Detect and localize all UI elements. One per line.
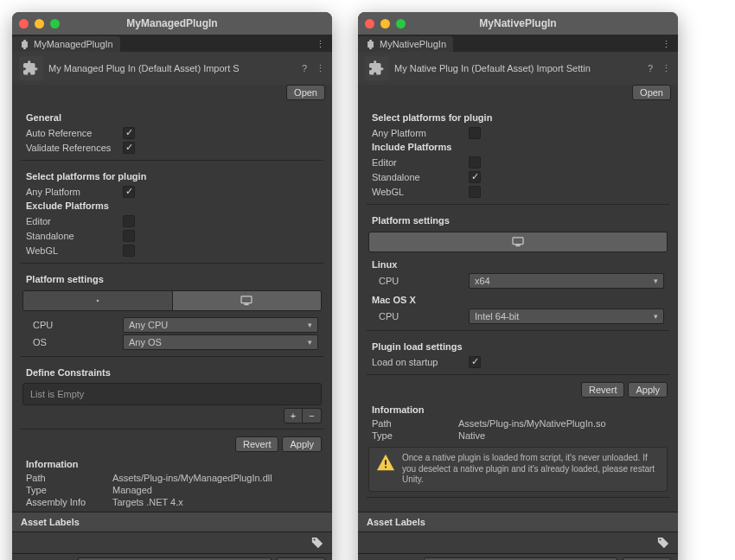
os-label: OS: [26, 337, 123, 347]
inspector-tab[interactable]: MyManagedPlugIn: [12, 36, 120, 52]
window-title: MyNativePlugIn: [358, 17, 678, 29]
section-define-constraints: Define Constraints: [12, 362, 332, 380]
standalone-checkbox[interactable]: ✓: [469, 171, 481, 183]
info-asm-label: Assembly Info: [26, 497, 112, 507]
cpu-label: CPU: [26, 320, 123, 330]
info-path-value: Assets/Plug-ins/MyManagedPlugIn.dll: [112, 473, 272, 483]
load-startup-label: Load on startup: [372, 357, 469, 367]
open-button[interactable]: Open: [286, 85, 325, 100]
platform-tabs: [22, 290, 322, 311]
svg-rect-1: [241, 296, 252, 303]
any-platform-checkbox[interactable]: [469, 127, 481, 139]
editor-checkbox[interactable]: [469, 156, 481, 169]
kebab-icon[interactable]: ⋮: [315, 63, 325, 73]
zoom-icon[interactable]: [396, 19, 406, 29]
puzzle-icon: [365, 56, 389, 80]
info-type-value: Managed: [112, 485, 152, 495]
kebab-icon[interactable]: ⋮: [661, 39, 671, 49]
close-icon[interactable]: [365, 19, 374, 29]
kebab-icon[interactable]: ⋮: [661, 63, 671, 73]
managed-plugin-window: MyManagedPlugIn MyManagedPlugIn ⋮ My Man…: [12, 12, 332, 560]
tag-icon[interactable]: [311, 537, 323, 549]
mac-cpu-dropdown[interactable]: Intel 64-bit: [469, 309, 664, 324]
any-platform-label: Any Platform: [372, 128, 469, 138]
tab-editor[interactable]: [23, 291, 173, 310]
section-platform-settings: Platform settings: [12, 269, 332, 287]
plugin-icon: [365, 39, 375, 49]
add-button[interactable]: +: [284, 408, 303, 423]
info-path-label: Path: [26, 473, 112, 483]
inspector-tab[interactable]: MyNativePlugIn: [358, 36, 453, 52]
revert-button[interactable]: Revert: [235, 436, 278, 452]
webgl-checkbox[interactable]: [469, 186, 481, 198]
tag-icon[interactable]: [657, 537, 669, 549]
asset-bundle-bar: AssetBundle None None: [358, 553, 678, 560]
inspector-scroll[interactable]: General Auto Reference✓ Validate Referen…: [12, 104, 332, 512]
section-information: Information: [358, 399, 678, 417]
section-general: General: [12, 107, 332, 125]
plugin-icon: [19, 39, 29, 49]
remove-button[interactable]: −: [303, 408, 322, 423]
webgl-label: WebGL: [372, 187, 469, 197]
tab-bar: MyNativePlugIn ⋮: [358, 35, 678, 52]
auto-reference-checkbox[interactable]: ✓: [123, 127, 135, 139]
validate-refs-label: Validate References: [26, 143, 123, 153]
section-information: Information: [12, 454, 332, 472]
constraints-list[interactable]: List is Empty: [22, 383, 322, 405]
exclude-platforms-label: Exclude Platforms: [12, 199, 332, 213]
svg-point-0: [97, 300, 99, 302]
include-platforms-label: Include Platforms: [358, 140, 678, 155]
os-dropdown[interactable]: Any OS: [123, 334, 318, 350]
help-icon[interactable]: ?: [645, 63, 655, 73]
minimize-icon[interactable]: [35, 19, 44, 29]
platform-tabs: [368, 232, 668, 252]
auto-reference-label: Auto Reference: [26, 128, 123, 138]
load-startup-checkbox[interactable]: ✓: [469, 356, 481, 368]
svg-point-3: [313, 538, 315, 540]
section-select-platforms: Select platforms for plugin: [358, 107, 678, 125]
svg-rect-6: [385, 460, 387, 465]
warning-box: Once a native plugin is loaded from scri…: [368, 447, 668, 492]
asset-labels-title: Asset Labels: [358, 512, 678, 532]
titlebar: MyNativePlugIn: [358, 12, 678, 35]
inspector-scroll[interactable]: Select platforms for plugin Any Platform…: [358, 104, 678, 512]
warning-text: Once a native plugin is loaded from scri…: [402, 453, 660, 486]
puzzle-icon: [19, 56, 43, 80]
minimize-icon[interactable]: [380, 19, 390, 29]
any-platform-label: Any Platform: [26, 187, 123, 197]
asset-title: My Native Plug In (Default Asset) Import…: [394, 63, 640, 73]
editor-label: Editor: [372, 157, 469, 168]
apply-button[interactable]: Apply: [282, 436, 322, 452]
section-platform-settings: Platform settings: [358, 210, 678, 228]
editor-checkbox[interactable]: [123, 215, 135, 227]
tab-standalone[interactable]: [369, 232, 667, 251]
validate-refs-checkbox[interactable]: ✓: [123, 142, 135, 154]
standalone-checkbox[interactable]: [123, 230, 135, 242]
info-path-value: Assets/Plug-ins/MyNativePlugIn.so: [458, 418, 606, 429]
native-plugin-window: MyNativePlugIn MyNativePlugIn ⋮ My Nativ…: [358, 12, 678, 560]
any-platform-checkbox[interactable]: ✓: [123, 186, 135, 198]
linux-cpu-dropdown[interactable]: x64: [469, 273, 664, 289]
open-button[interactable]: Open: [632, 85, 671, 100]
svg-rect-2: [245, 303, 249, 305]
help-icon[interactable]: ?: [299, 63, 310, 73]
cpu-dropdown[interactable]: Any CPU: [123, 317, 318, 333]
asset-labels-section: Asset Labels AssetBundle None None: [12, 512, 332, 560]
info-type-label: Type: [26, 485, 112, 495]
tab-standalone[interactable]: [173, 291, 322, 310]
info-type-value: Native: [458, 430, 485, 441]
tab-bar: MyManagedPlugIn ⋮: [12, 35, 332, 52]
webgl-label: WebGL: [26, 245, 123, 256]
apply-button[interactable]: Apply: [628, 382, 668, 398]
tab-label: MyNativePlugIn: [380, 39, 446, 49]
close-icon[interactable]: [19, 19, 29, 29]
zoom-icon[interactable]: [50, 19, 60, 29]
editor-label: Editor: [26, 216, 123, 226]
info-type-label: Type: [372, 430, 458, 441]
kebab-icon[interactable]: ⋮: [315, 39, 325, 49]
webgl-checkbox[interactable]: [123, 245, 135, 257]
revert-button[interactable]: Revert: [581, 382, 624, 398]
info-path-label: Path: [372, 418, 458, 429]
warning-icon: [376, 453, 395, 472]
svg-rect-4: [513, 238, 523, 245]
